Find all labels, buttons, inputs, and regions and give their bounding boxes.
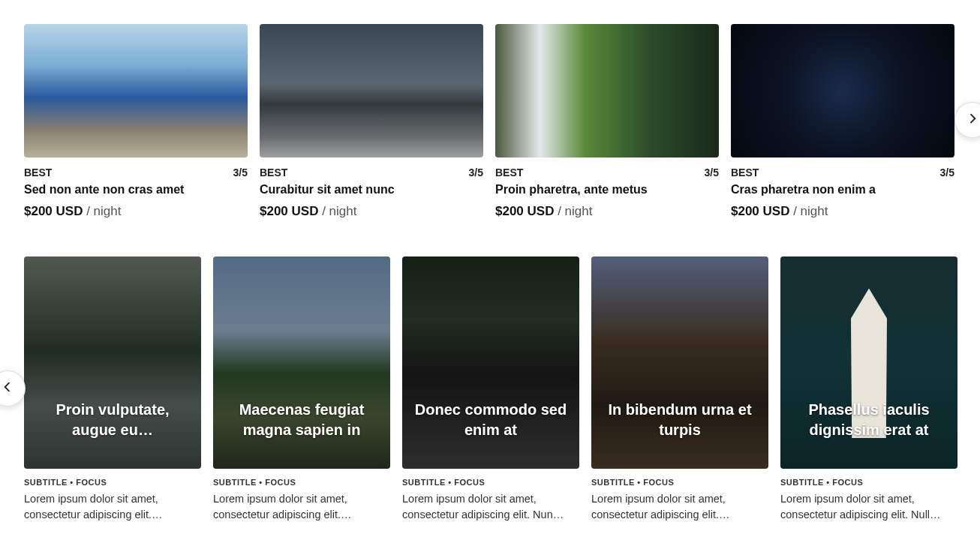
article-subtitle: SUBTITLE • FOCUS bbox=[591, 478, 768, 487]
listing-price: $200 USD / night bbox=[24, 204, 248, 219]
listing-rating: 3/5 bbox=[469, 166, 483, 178]
listing-price: $200 USD / night bbox=[260, 204, 483, 219]
article-description: Lorem ipsum dolor sit amet, consectetur … bbox=[24, 491, 201, 523]
listing-rating: 3/5 bbox=[233, 166, 248, 178]
listing-image bbox=[495, 24, 719, 158]
listing-meta: BEST 3/5 bbox=[495, 166, 719, 178]
article-card[interactable]: In bibendum urna et turpis SUBTITLE • FO… bbox=[591, 256, 768, 523]
article-image: Maecenas feugiat magna sapien in bbox=[213, 256, 390, 469]
listing-badge: BEST bbox=[731, 166, 759, 178]
listing-carousel-row: BEST 3/5 Sed non ante non cras amet $200… bbox=[24, 24, 956, 219]
article-subtitle: SUBTITLE • FOCUS bbox=[780, 478, 957, 487]
article-carousel-row: Proin vulputate, augue eu… SUBTITLE • FO… bbox=[24, 256, 956, 523]
price-per: / night bbox=[793, 204, 828, 218]
chevron-left-icon bbox=[0, 380, 15, 398]
article-description: Lorem ipsum dolor sit amet, consectetur … bbox=[213, 491, 390, 523]
listing-price: $200 USD / night bbox=[495, 204, 719, 219]
listing-meta: BEST 3/5 bbox=[260, 166, 483, 178]
article-image: Proin vulputate, augue eu… bbox=[24, 256, 201, 469]
listing-title: Proin pharetra, ante metus bbox=[495, 183, 719, 196]
article-subtitle: SUBTITLE • FOCUS bbox=[213, 478, 390, 487]
article-card[interactable]: Donec commodo sed enim at SUBTITLE • FOC… bbox=[402, 256, 579, 523]
listing-card[interactable]: BEST 3/5 Sed non ante non cras amet $200… bbox=[24, 24, 248, 219]
listing-badge: BEST bbox=[260, 166, 287, 178]
article-card[interactable]: Phasellus iaculis dignissim erat at SUBT… bbox=[780, 256, 957, 523]
price-amount: $200 USD bbox=[24, 204, 83, 218]
listing-image bbox=[731, 24, 954, 158]
price-amount: $200 USD bbox=[260, 204, 318, 218]
listing-title: Sed non ante non cras amet bbox=[24, 183, 248, 196]
listing-card[interactable]: BEST 3/5 Proin pharetra, ante metus $200… bbox=[495, 24, 719, 219]
listing-card[interactable]: BEST 3/5 Cras pharetra non enim a $200 U… bbox=[731, 24, 954, 219]
price-amount: $200 USD bbox=[731, 204, 789, 218]
listing-badge: BEST bbox=[24, 166, 52, 178]
listing-rating: 3/5 bbox=[940, 166, 954, 178]
article-description: Lorem ipsum dolor sit amet, consectetur … bbox=[780, 491, 957, 523]
listing-price: $200 USD / night bbox=[731, 204, 954, 219]
listing-title: Cras pharetra non enim a bbox=[731, 183, 954, 196]
price-per: / night bbox=[322, 204, 356, 218]
listing-meta: BEST 3/5 bbox=[24, 166, 248, 178]
article-description: Lorem ipsum dolor sit amet, consectetur … bbox=[402, 491, 579, 523]
chevron-right-icon bbox=[965, 111, 980, 129]
article-image: Donec commodo sed enim at bbox=[402, 256, 579, 469]
article-overlay-title: Maecenas feugiat magna sapien in bbox=[213, 400, 390, 469]
listing-badge: BEST bbox=[495, 166, 523, 178]
article-overlay-title: Phasellus iaculis dignissim erat at bbox=[780, 400, 957, 469]
listing-meta: BEST 3/5 bbox=[731, 166, 954, 178]
article-overlay-title: In bibendum urna et turpis bbox=[591, 400, 768, 469]
price-amount: $200 USD bbox=[495, 204, 554, 218]
price-per: / night bbox=[86, 204, 121, 218]
price-per: / night bbox=[558, 204, 592, 218]
article-image: Phasellus iaculis dignissim erat at bbox=[780, 256, 957, 469]
article-image: In bibendum urna et turpis bbox=[591, 256, 768, 469]
article-subtitle: SUBTITLE • FOCUS bbox=[402, 478, 579, 487]
article-description: Lorem ipsum dolor sit amet, consectetur … bbox=[591, 491, 768, 523]
listing-image bbox=[260, 24, 483, 158]
article-subtitle: SUBTITLE • FOCUS bbox=[24, 478, 201, 487]
article-card[interactable]: Maecenas feugiat magna sapien in SUBTITL… bbox=[213, 256, 390, 523]
listing-rating: 3/5 bbox=[705, 166, 719, 178]
article-overlay-title: Proin vulputate, augue eu… bbox=[24, 400, 201, 469]
article-card[interactable]: Proin vulputate, augue eu… SUBTITLE • FO… bbox=[24, 256, 201, 523]
listing-card[interactable]: BEST 3/5 Curabitur sit amet nunc $200 US… bbox=[260, 24, 483, 219]
article-overlay-title: Donec commodo sed enim at bbox=[402, 400, 579, 469]
listing-title: Curabitur sit amet nunc bbox=[260, 183, 483, 196]
listing-image bbox=[24, 24, 248, 158]
